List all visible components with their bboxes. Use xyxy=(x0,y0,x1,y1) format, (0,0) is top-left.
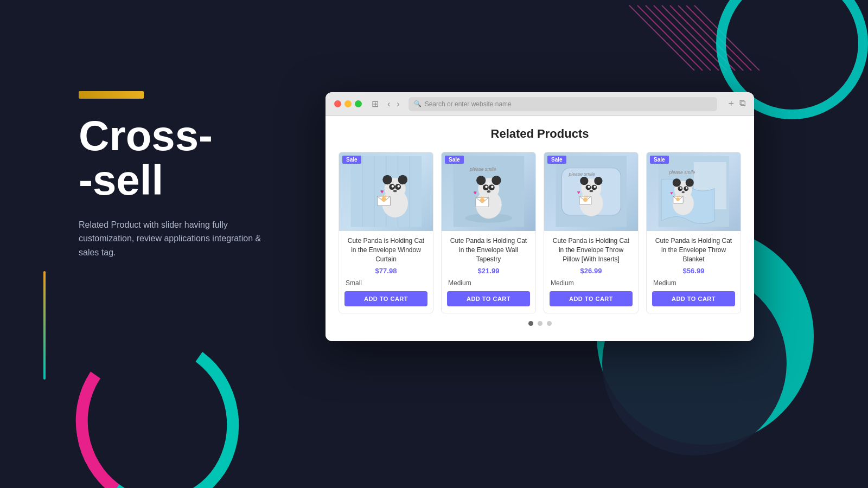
product-card-pillow: ♥ please smile Sale Cute Panda is Holdin… xyxy=(544,152,639,313)
window-icon: ⊞ xyxy=(372,99,379,109)
svg-line-2 xyxy=(646,5,711,70)
product-image-tapestry: ♥ please smile Sale xyxy=(442,152,535,231)
product-image-pillow: ♥ please smile Sale xyxy=(544,152,638,231)
product-name-curtain: Cute Panda is Holding Cat in the Envelop… xyxy=(344,236,427,264)
product-info-pillow: Cute Panda is Holding Cat in the Envelop… xyxy=(544,231,638,313)
accent-bar xyxy=(79,91,144,99)
svg-point-55 xyxy=(593,186,596,188)
copy-button[interactable]: ⧉ xyxy=(739,98,745,110)
product-info-blanket: Cute Panda is Holding Cat in the Envelop… xyxy=(647,231,741,313)
sale-badge-tapestry: Sale xyxy=(445,156,464,164)
svg-text:♥: ♥ xyxy=(577,189,580,195)
product-card-curtain: ♥ Sale Cute Panda is Holding Cat in the … xyxy=(339,152,433,313)
search-icon: 🔍 xyxy=(414,100,422,107)
c-shape-decoration xyxy=(62,323,252,488)
svg-text:please smile: please smile xyxy=(469,166,496,172)
product-image-blanket: ♥ please smile Sale xyxy=(647,152,741,231)
vertical-accent-line xyxy=(43,271,46,380)
product-variant-blanket: Medium xyxy=(652,279,735,287)
svg-text:please smile: please smile xyxy=(568,171,595,177)
svg-rect-65 xyxy=(699,165,720,192)
svg-point-37 xyxy=(485,186,487,188)
add-to-cart-tapestry[interactable]: ADD TO CART xyxy=(447,291,530,306)
svg-point-23 xyxy=(393,190,397,192)
svg-point-18 xyxy=(398,175,407,184)
svg-text:♥: ♥ xyxy=(380,188,384,195)
svg-point-68 xyxy=(672,179,680,187)
svg-point-59 xyxy=(583,198,588,202)
svg-point-38 xyxy=(491,186,493,188)
browser-toolbar: ⊞ ‹ › 🔍 Search or enter website name + ⧉ xyxy=(326,92,754,116)
svg-point-77 xyxy=(676,197,680,201)
svg-point-74 xyxy=(681,191,684,194)
main-description: Related Product with slider having fully… xyxy=(79,218,263,260)
svg-point-39 xyxy=(487,190,490,192)
sale-badge-pillow: Sale xyxy=(547,156,566,164)
svg-point-56 xyxy=(589,190,593,192)
product-card-blanket: ♥ please smile Sale Cute Panda is Holdin… xyxy=(646,152,741,313)
add-to-cart-pillow[interactable]: ADD TO CART xyxy=(550,291,633,306)
svg-point-34 xyxy=(492,176,501,185)
main-title: Cross- -sell xyxy=(79,114,323,203)
product-info-tapestry: Cute Panda is Holding Cat in the Envelop… xyxy=(442,231,535,313)
nav-buttons: ‹ › xyxy=(385,98,402,110)
svg-point-54 xyxy=(588,186,590,188)
svg-point-51 xyxy=(594,177,602,185)
product-info-curtain: Cute Panda is Holding Cat in the Envelop… xyxy=(339,231,433,313)
dot-3[interactable] xyxy=(547,321,552,326)
add-to-cart-curtain[interactable]: ADD TO CART xyxy=(344,291,427,306)
product-price-curtain: $77.98 xyxy=(344,267,427,275)
forward-button[interactable]: › xyxy=(394,98,401,110)
product-variant-pillow: Medium xyxy=(550,279,633,287)
svg-point-73 xyxy=(686,187,687,189)
toolbar-actions: + ⧉ xyxy=(728,98,745,110)
svg-point-22 xyxy=(397,185,399,188)
slider-dots xyxy=(339,321,741,326)
section-title: Related Products xyxy=(339,127,741,141)
svg-point-72 xyxy=(680,187,681,189)
traffic-lights xyxy=(334,100,362,107)
svg-point-33 xyxy=(476,176,486,185)
sale-badge-curtain: Sale xyxy=(342,156,361,164)
address-text: Search or enter website name xyxy=(425,100,512,108)
svg-text:♥: ♥ xyxy=(473,189,476,196)
products-grid: ♥ Sale Cute Panda is Holding Cat in the … xyxy=(339,152,741,313)
traffic-light-green[interactable] xyxy=(355,100,362,107)
dot-2[interactable] xyxy=(538,321,542,326)
sale-badge-blanket: Sale xyxy=(650,156,669,164)
svg-text:♥: ♥ xyxy=(670,190,673,196)
product-price-pillow: $26.99 xyxy=(550,267,633,275)
browser-window: ⊞ ‹ › 🔍 Search or enter website name + ⧉… xyxy=(326,92,754,341)
traffic-light-red[interactable] xyxy=(334,100,341,107)
dot-1[interactable] xyxy=(528,321,533,326)
address-bar[interactable]: 🔍 Search or enter website name xyxy=(409,97,718,111)
svg-line-1 xyxy=(637,5,703,70)
product-image-curtain: ♥ Sale xyxy=(339,152,433,231)
product-card-tapestry: ♥ please smile Sale Cute Panda is Holdin… xyxy=(441,152,536,313)
svg-point-26 xyxy=(381,197,386,202)
product-price-blanket: $56.99 xyxy=(652,267,735,275)
browser-content: Related Products xyxy=(326,116,754,341)
svg-text:please smile: please smile xyxy=(668,170,695,175)
svg-line-0 xyxy=(629,5,694,70)
product-name-blanket: Cute Panda is Holding Cat in the Envelop… xyxy=(652,236,735,264)
product-variant-tapestry: Medium xyxy=(447,279,530,287)
product-price-tapestry: $21.99 xyxy=(447,267,530,275)
product-name-tapestry: Cute Panda is Holding Cat in the Envelop… xyxy=(447,236,530,264)
add-tab-button[interactable]: + xyxy=(728,98,734,110)
svg-point-50 xyxy=(580,177,588,185)
svg-point-17 xyxy=(382,175,392,184)
add-to-cart-blanket[interactable]: ADD TO CART xyxy=(652,291,735,306)
svg-point-42 xyxy=(480,198,484,203)
svg-point-21 xyxy=(391,185,393,188)
traffic-light-yellow[interactable] xyxy=(344,100,352,107)
left-content-section: Cross- -sell Related Product with slider… xyxy=(79,114,323,260)
svg-point-69 xyxy=(685,179,693,187)
back-button[interactable]: ‹ xyxy=(385,98,392,110)
product-variant-curtain: Small xyxy=(344,279,427,287)
product-name-pillow: Cute Panda is Holding Cat in the Envelop… xyxy=(550,236,633,264)
svg-line-3 xyxy=(654,5,719,70)
